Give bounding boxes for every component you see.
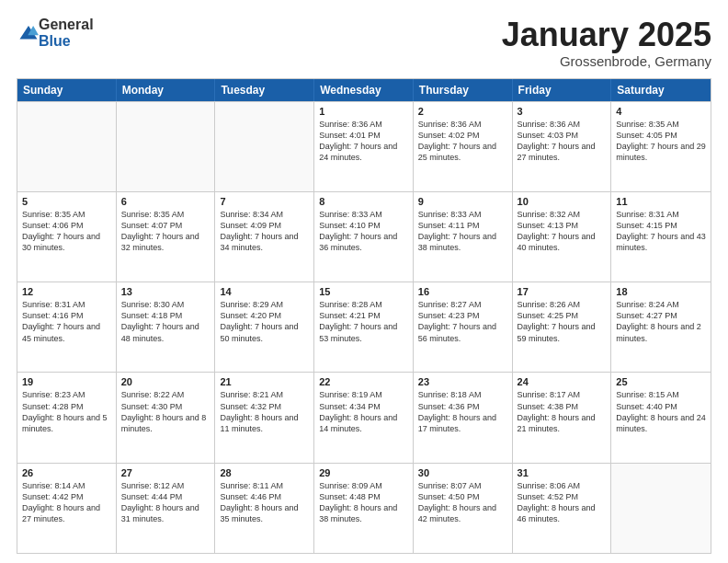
day-number: 10 — [518, 196, 607, 207]
day-info: Sunrise: 8:23 AM Sunset: 4:28 PM Dayligh… — [22, 389, 111, 434]
day-info: Sunrise: 8:22 AM Sunset: 4:30 PM Dayligh… — [121, 389, 210, 434]
calendar-cell: 10Sunrise: 8:32 AM Sunset: 4:13 PM Dayli… — [513, 192, 612, 282]
page: General Blue January 2025 Grossenbrode, … — [0, 0, 728, 563]
day-info: Sunrise: 8:26 AM Sunset: 4:25 PM Dayligh… — [518, 299, 607, 344]
day-number: 31 — [518, 467, 607, 478]
day-info: Sunrise: 8:11 AM Sunset: 4:46 PM Dayligh… — [220, 480, 309, 525]
day-number: 16 — [418, 286, 507, 297]
day-info: Sunrise: 8:30 AM Sunset: 4:18 PM Dayligh… — [121, 299, 210, 344]
day-info: Sunrise: 8:18 AM Sunset: 4:36 PM Dayligh… — [418, 389, 507, 434]
day-info: Sunrise: 8:19 AM Sunset: 4:34 PM Dayligh… — [319, 389, 408, 434]
calendar-cell: 2Sunrise: 8:36 AM Sunset: 4:02 PM Daylig… — [414, 102, 513, 191]
calendar-week-4: 19Sunrise: 8:23 AM Sunset: 4:28 PM Dayli… — [17, 372, 711, 462]
day-number: 22 — [319, 376, 408, 387]
header-sunday: Sunday — [17, 79, 117, 101]
calendar-title: January 2025 — [502, 17, 711, 53]
calendar-cell: 18Sunrise: 8:24 AM Sunset: 4:27 PM Dayli… — [611, 282, 711, 372]
calendar-cell: 6Sunrise: 8:35 AM Sunset: 4:07 PM Daylig… — [117, 192, 216, 282]
day-number: 20 — [121, 376, 210, 387]
day-number: 27 — [121, 467, 210, 478]
calendar-cell: 8Sunrise: 8:33 AM Sunset: 4:10 PM Daylig… — [314, 192, 414, 282]
day-number: 8 — [319, 196, 408, 207]
header-thursday: Thursday — [414, 79, 513, 101]
day-info: Sunrise: 8:35 AM Sunset: 4:05 PM Dayligh… — [616, 119, 706, 164]
day-info: Sunrise: 8:36 AM Sunset: 4:01 PM Dayligh… — [319, 119, 408, 164]
day-number: 14 — [220, 286, 309, 297]
calendar-header: Sunday Monday Tuesday Wednesday Thursday… — [17, 79, 711, 101]
day-number: 26 — [22, 467, 111, 478]
day-info: Sunrise: 8:34 AM Sunset: 4:09 PM Dayligh… — [220, 209, 309, 254]
calendar-cell: 7Sunrise: 8:34 AM Sunset: 4:09 PM Daylig… — [215, 192, 314, 282]
day-info: Sunrise: 8:35 AM Sunset: 4:07 PM Dayligh… — [121, 209, 210, 254]
day-info: Sunrise: 8:36 AM Sunset: 4:03 PM Dayligh… — [518, 119, 607, 164]
calendar-cell: 25Sunrise: 8:15 AM Sunset: 4:40 PM Dayli… — [611, 373, 711, 462]
header-saturday: Saturday — [611, 79, 711, 101]
calendar-cell: 11Sunrise: 8:31 AM Sunset: 4:15 PM Dayli… — [611, 192, 711, 282]
day-number: 12 — [22, 286, 111, 297]
calendar-cell — [117, 102, 216, 191]
calendar-cell: 22Sunrise: 8:19 AM Sunset: 4:34 PM Dayli… — [314, 373, 414, 462]
day-info: Sunrise: 8:06 AM Sunset: 4:52 PM Dayligh… — [518, 480, 607, 525]
calendar-cell: 17Sunrise: 8:26 AM Sunset: 4:25 PM Dayli… — [513, 282, 612, 372]
day-number: 24 — [518, 376, 607, 387]
calendar-cell: 14Sunrise: 8:29 AM Sunset: 4:20 PM Dayli… — [215, 282, 314, 372]
calendar-cell: 16Sunrise: 8:27 AM Sunset: 4:23 PM Dayli… — [414, 282, 513, 372]
calendar-cell: 5Sunrise: 8:35 AM Sunset: 4:06 PM Daylig… — [17, 192, 117, 282]
calendar-cell: 30Sunrise: 8:07 AM Sunset: 4:50 PM Dayli… — [414, 464, 513, 553]
day-info: Sunrise: 8:28 AM Sunset: 4:21 PM Dayligh… — [319, 299, 408, 344]
calendar-cell: 24Sunrise: 8:17 AM Sunset: 4:38 PM Dayli… — [513, 373, 612, 462]
calendar-week-2: 5Sunrise: 8:35 AM Sunset: 4:06 PM Daylig… — [17, 191, 711, 282]
calendar-cell: 29Sunrise: 8:09 AM Sunset: 4:48 PM Dayli… — [314, 464, 414, 553]
calendar-cell: 26Sunrise: 8:14 AM Sunset: 4:42 PM Dayli… — [17, 464, 117, 553]
calendar-cell: 28Sunrise: 8:11 AM Sunset: 4:46 PM Dayli… — [215, 464, 314, 553]
day-info: Sunrise: 8:31 AM Sunset: 4:15 PM Dayligh… — [616, 209, 706, 254]
logo-general-text: General — [39, 17, 94, 32]
calendar-cell: 19Sunrise: 8:23 AM Sunset: 4:28 PM Dayli… — [17, 373, 117, 462]
day-number: 13 — [121, 286, 210, 297]
day-number: 6 — [121, 196, 210, 207]
day-info: Sunrise: 8:15 AM Sunset: 4:40 PM Dayligh… — [616, 389, 706, 434]
calendar-week-3: 12Sunrise: 8:31 AM Sunset: 4:16 PM Dayli… — [17, 282, 711, 372]
day-info: Sunrise: 8:14 AM Sunset: 4:42 PM Dayligh… — [22, 480, 111, 525]
day-info: Sunrise: 8:31 AM Sunset: 4:16 PM Dayligh… — [22, 299, 111, 344]
calendar-cell: 4Sunrise: 8:35 AM Sunset: 4:05 PM Daylig… — [611, 102, 711, 191]
calendar-cell: 20Sunrise: 8:22 AM Sunset: 4:30 PM Dayli… — [117, 373, 216, 462]
day-info: Sunrise: 8:33 AM Sunset: 4:10 PM Dayligh… — [319, 209, 408, 254]
day-info: Sunrise: 8:17 AM Sunset: 4:38 PM Dayligh… — [518, 389, 607, 434]
calendar-cell — [17, 102, 117, 191]
header-friday: Friday — [513, 79, 612, 101]
calendar-cell: 23Sunrise: 8:18 AM Sunset: 4:36 PM Dayli… — [414, 373, 513, 462]
day-info: Sunrise: 8:07 AM Sunset: 4:50 PM Dayligh… — [418, 480, 507, 525]
calendar-week-1: 1Sunrise: 8:36 AM Sunset: 4:01 PM Daylig… — [17, 101, 711, 191]
calendar-cell: 12Sunrise: 8:31 AM Sunset: 4:16 PM Dayli… — [17, 282, 117, 372]
calendar-cell: 21Sunrise: 8:21 AM Sunset: 4:32 PM Dayli… — [215, 373, 314, 462]
day-number: 7 — [220, 196, 309, 207]
calendar-cell — [215, 102, 314, 191]
day-info: Sunrise: 8:09 AM Sunset: 4:48 PM Dayligh… — [319, 480, 408, 525]
day-number: 11 — [616, 196, 706, 207]
header: General Blue January 2025 Grossenbrode, … — [17, 17, 711, 69]
day-number: 19 — [22, 376, 111, 387]
day-number: 3 — [518, 106, 607, 117]
header-monday: Monday — [117, 79, 216, 101]
calendar-cell — [611, 464, 711, 553]
day-number: 1 — [319, 106, 408, 117]
day-number: 17 — [518, 286, 607, 297]
header-wednesday: Wednesday — [314, 79, 414, 101]
calendar: Sunday Monday Tuesday Wednesday Thursday… — [17, 78, 711, 554]
day-number: 18 — [616, 286, 706, 297]
calendar-cell: 13Sunrise: 8:30 AM Sunset: 4:18 PM Dayli… — [117, 282, 216, 372]
day-number: 23 — [418, 376, 507, 387]
day-info: Sunrise: 8:27 AM Sunset: 4:23 PM Dayligh… — [418, 299, 507, 344]
day-number: 2 — [418, 106, 507, 117]
calendar-cell: 27Sunrise: 8:12 AM Sunset: 4:44 PM Dayli… — [117, 464, 216, 553]
day-info: Sunrise: 8:24 AM Sunset: 4:27 PM Dayligh… — [616, 299, 706, 344]
day-info: Sunrise: 8:29 AM Sunset: 4:20 PM Dayligh… — [220, 299, 309, 344]
day-number: 30 — [418, 467, 507, 478]
logo: General Blue — [17, 17, 94, 49]
day-info: Sunrise: 8:12 AM Sunset: 4:44 PM Dayligh… — [121, 480, 210, 525]
title-block: January 2025 Grossenbrode, Germany — [502, 17, 711, 69]
logo-blue-text: Blue — [39, 33, 71, 49]
day-number: 29 — [319, 467, 408, 478]
calendar-cell: 15Sunrise: 8:28 AM Sunset: 4:21 PM Dayli… — [314, 282, 414, 372]
